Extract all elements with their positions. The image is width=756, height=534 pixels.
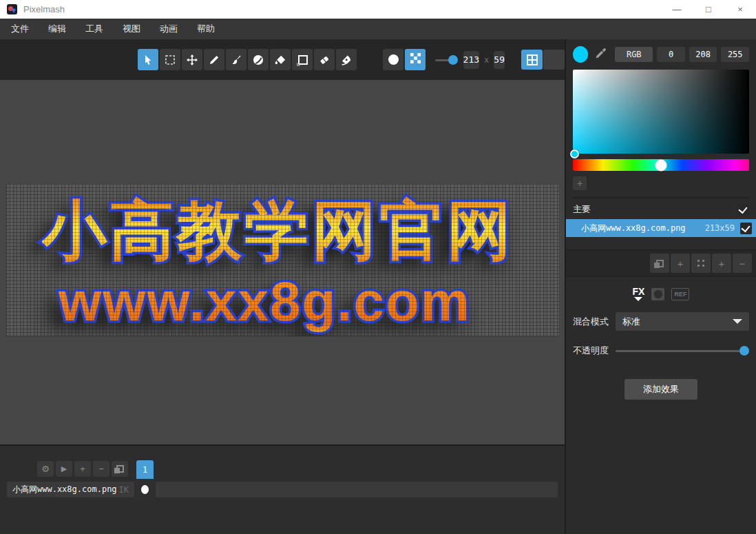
menu-view[interactable]: 视图 [113,19,150,39]
viewport[interactable]: 小高教学网官网 小高教学网官网 www.xx8g.com www.xx8g.co… [0,80,565,444]
pen-tool-button[interactable] [336,49,357,70]
dither-icon [252,54,264,66]
opacity-handle[interactable] [739,346,749,356]
add-frame-button[interactable]: + [74,461,91,477]
remove-frame-button[interactable]: − [93,461,109,477]
canvas-width-input[interactable]: 213 [463,51,479,69]
duplicate-layer-button[interactable] [650,254,669,273]
new-special-layer-button[interactable]: + [671,254,690,273]
new-pixel-layer-button[interactable] [691,254,711,273]
eyedropper-button[interactable] [595,48,607,62]
opacity-label: 不透明度 [573,345,609,357]
timeline-settings-button[interactable]: ⚙ [37,461,54,477]
layer-visibility-checkbox[interactable] [740,223,752,234]
window-controls: — □ × [661,0,756,19]
close-button[interactable]: × [724,0,756,19]
red-channel-input[interactable]: 0 [657,47,685,62]
blend-mode-dropdown[interactable]: 标准 [616,312,749,331]
eraser-tool-button[interactable] [314,49,335,70]
saturation-value-picker[interactable] [573,70,749,154]
maximize-button[interactable]: □ [693,0,724,19]
shape-tool-button[interactable] [292,49,313,70]
ref-tab[interactable]: REF [671,288,689,300]
layer-group-row[interactable]: 主要 [566,200,756,219]
color-section: RGB 0 208 255 + [566,39,756,198]
mask-tab[interactable] [651,288,664,300]
frame-tab-1[interactable]: 1 [136,460,154,479]
eyedropper-icon [595,50,607,61]
pencil-icon [208,54,220,66]
grid-off-button[interactable] [543,50,565,70]
add-layer-button[interactable]: + [712,254,731,273]
keyframe-cell[interactable] [136,479,154,500]
line1-fill: 小高教学网官网 [42,194,514,267]
menu-help[interactable]: 帮助 [187,19,224,39]
right-panel: RGB 0 208 255 + 主要 小高网www.xx8g.com.png 2… [565,39,756,534]
sv-picker-handle[interactable] [570,150,579,158]
menu-tools[interactable]: 工具 [76,19,113,39]
fill-bucket-icon [274,54,286,66]
blend-mode-row: 混合模式 标准 [566,312,756,331]
track-label[interactable]: 小高网www.xx8g.com.png IK [7,482,134,497]
eraser-icon [318,54,330,66]
rectangle-icon [295,53,309,67]
add-swatch-button[interactable]: + [573,176,587,190]
window-title: Pixelmash [23,4,65,14]
pencil-tool-button[interactable] [204,49,224,70]
layer-group-label: 主要 [573,203,591,216]
minimize-button[interactable]: — [661,0,693,19]
opacity-track [616,350,748,352]
menu-animation[interactable]: 动画 [150,19,187,39]
layer-name: 小高网www.xx8g.com.png [581,223,686,234]
grid-toggle-group [521,50,565,70]
pixel-layer-icon [696,258,706,268]
layer-row-selected[interactable]: 小高网www.xx8g.com.png 213x59 [566,219,756,237]
dither-tool-button[interactable] [248,49,269,70]
layer-size: 213x59 [705,223,735,233]
hue-slider[interactable] [573,159,749,171]
title-bar: Pixelmash — □ × [0,0,756,19]
move-tool-button[interactable] [182,49,202,70]
canvas-height-input[interactable]: 59 [494,51,505,69]
menu-edit[interactable]: 编辑 [39,19,76,39]
marquee-tool-button[interactable] [160,49,180,70]
track-strip[interactable] [156,482,558,497]
fill-tool-button[interactable] [270,49,291,70]
color-mode-button[interactable]: RGB [615,47,653,62]
brush-icon [230,54,242,66]
pixel-brush-button[interactable] [405,49,426,70]
select-tool-button[interactable] [138,49,158,70]
current-color-swatch[interactable] [573,46,588,63]
grid-on-button[interactable] [521,50,543,70]
brush-tool-button[interactable] [226,49,246,70]
canvas[interactable]: 小高教学网官网 小高教学网官网 www.xx8g.com www.xx8g.co… [6,184,560,337]
ik-toggle[interactable]: IK [119,485,129,495]
play-button[interactable]: ▶ [56,461,72,477]
color-controls-row: RGB 0 208 255 [573,46,749,63]
remove-layer-button[interactable]: − [733,254,752,273]
hue-handle[interactable] [655,159,667,171]
slider-handle[interactable] [448,55,458,65]
add-effect-button[interactable]: 添加效果 [624,379,697,400]
fx-tab[interactable]: FX [633,287,645,301]
green-channel-input[interactable]: 208 [689,47,717,62]
pixel-art-text-line1: 小高教学网官网 小高教学网官网 [42,198,514,263]
blend-mode-value: 标准 [622,316,640,328]
menu-file[interactable]: 文件 [1,19,39,39]
grid-icon [527,54,538,65]
blue-channel-input[interactable]: 255 [721,47,749,62]
move-icon [186,54,198,66]
cursor-icon [142,54,154,66]
duplicate-frame-button[interactable] [112,461,128,477]
opacity-slider[interactable] [616,346,748,356]
layer-buttons-row: + + − [566,249,756,277]
blend-mode-label: 混合模式 [573,316,609,328]
effects-tabs-row: FX REF [566,287,756,301]
round-brush-button[interactable] [383,49,403,70]
timeline-panel: ⚙ ▶ + − 1 小高网www.xx8g.com.png IK [0,444,565,534]
line2-fill: www.xx8g.com [59,271,471,332]
tool-group [138,49,358,70]
marquee-icon [164,54,176,66]
group-visibility-checkbox[interactable] [737,204,749,216]
brush-size-slider[interactable] [435,55,455,65]
